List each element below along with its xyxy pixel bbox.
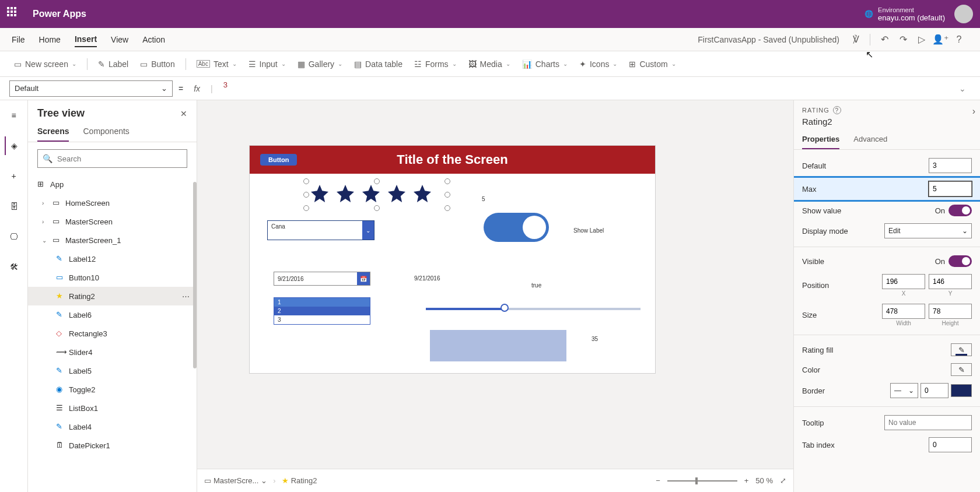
environment-selector[interactable]: 🌐 Environment enayu.com (default) — [864, 6, 945, 22]
ribbon-custom[interactable]: ⊞Custom⌄ — [624, 57, 680, 71]
redo-icon[interactable]: ↷ — [894, 30, 912, 49]
tree-close-icon[interactable]: ✕ — [180, 109, 187, 118]
tree-item-label12[interactable]: ✎Label12 — [28, 249, 197, 268]
control-type-label: RATING? — [802, 106, 972, 114]
prop-pos-y[interactable] — [929, 274, 972, 289]
breadcrumb-element[interactable]: ★Rating2 — [282, 476, 317, 485]
undo-icon[interactable]: ↶ — [875, 30, 894, 49]
more-icon[interactable]: ⋯ — [182, 292, 190, 301]
tab-components[interactable]: Components — [83, 126, 129, 142]
tree-item-label4[interactable]: ✎Label4 — [28, 417, 197, 436]
tree-item-toggle2[interactable]: ◉Toggle2 — [28, 380, 197, 399]
help-icon[interactable]: ? — [950, 30, 968, 49]
tree-search-input[interactable] — [57, 154, 182, 163]
tree-scrollbar[interactable] — [193, 182, 197, 368]
prop-ratingfill-swatch[interactable]: ✎ — [951, 343, 972, 356]
prop-border-width[interactable] — [921, 383, 949, 398]
ribbon-forms[interactable]: ☳Forms⌄ — [410, 57, 461, 71]
screen-icon: ▭ — [14, 59, 22, 69]
tree-item-label6[interactable]: ✎Label6 — [28, 305, 197, 324]
ribbon-label[interactable]: ✎Label — [93, 57, 133, 71]
prop-tooltip-input[interactable] — [884, 415, 972, 430]
property-selector[interactable]: Default⌄ — [9, 80, 173, 97]
ribbon-icons[interactable]: ✦Icons⌄ — [575, 57, 622, 71]
prop-displaymode-select[interactable]: Edit⌄ — [884, 223, 972, 238]
breadcrumb-screen[interactable]: ▭MasterScre...⌄ — [204, 476, 267, 485]
prop-tabindex-input[interactable] — [929, 437, 972, 452]
prop-showvalue-toggle[interactable] — [949, 205, 972, 216]
canvas-dropdown[interactable]: Cana⌄ — [267, 220, 374, 240]
canvas-datepicker[interactable]: 9/21/2016📅 — [274, 272, 370, 286]
ribbon-charts[interactable]: 📊Charts⌄ — [517, 57, 572, 71]
zoom-slider[interactable] — [667, 480, 737, 482]
prop-default-input[interactable] — [929, 158, 972, 173]
prop-position-label: Position — [802, 281, 829, 290]
fit-icon[interactable]: ⤢ — [780, 476, 786, 485]
prop-color-swatch[interactable]: ✎ — [951, 363, 972, 376]
zoom-in-icon[interactable]: + — [744, 476, 749, 485]
tree-item-datepicker1[interactable]: 🗓DatePicker1 — [28, 436, 197, 455]
rail-tree-icon[interactable]: ◈ — [5, 136, 23, 155]
tree-item-masterscreen[interactable]: ›▭MasterScreen — [28, 212, 197, 231]
ribbon-new-screen[interactable]: ▭New screen⌄ — [9, 57, 81, 71]
app-launcher-icon[interactable] — [7, 7, 21, 21]
user-avatar[interactable] — [954, 5, 973, 23]
prop-border-style[interactable]: —⌄ — [890, 383, 918, 398]
rail-hamburger-icon[interactable]: ≡ — [5, 106, 23, 125]
tab-properties[interactable]: Properties — [802, 135, 839, 149]
tree-item-masterscreen1[interactable]: ⌄▭MasterScreen_1 — [28, 231, 197, 249]
icons-icon: ✦ — [579, 59, 586, 69]
ribbon-datatable[interactable]: ▤Data table — [349, 57, 407, 71]
tree-item-slider4[interactable]: ⟿Slider4 — [28, 343, 197, 361]
prop-visible-toggle[interactable] — [949, 255, 972, 267]
tree-item-rating2[interactable]: ★Rating2⋯ — [28, 287, 197, 305]
menu-action[interactable]: Action — [142, 33, 165, 47]
prop-pos-x[interactable] — [882, 274, 925, 289]
listbox-item[interactable]: 3 — [274, 315, 370, 324]
prop-size-w[interactable] — [882, 304, 925, 319]
listbox-item[interactable]: 1 — [274, 298, 370, 307]
canvas-area[interactable]: Button Title of the Screen — [197, 100, 793, 492]
app-checker-icon[interactable]: ℣ — [846, 30, 865, 49]
tree-item-app[interactable]: ⊞App — [28, 175, 197, 194]
play-icon[interactable]: ▷ — [912, 30, 931, 49]
panel-expand-icon[interactable]: › — [972, 106, 975, 117]
canvas-screen[interactable]: Button Title of the Screen — [250, 146, 655, 373]
tree-item-label5[interactable]: ✎Label5 — [28, 361, 197, 380]
formula-input[interactable]: 3 — [219, 80, 953, 97]
tab-advanced[interactable]: Advanced — [853, 135, 887, 149]
zoom-out-icon[interactable]: − — [656, 476, 660, 485]
menu-insert[interactable]: Insert — [75, 32, 97, 47]
rail-add-icon[interactable]: + — [5, 167, 23, 185]
prop-size-h[interactable] — [929, 304, 972, 319]
tree-item-button10[interactable]: ▭Button10 — [28, 268, 197, 287]
prop-max-input[interactable] — [929, 181, 972, 196]
canvas-rectangle[interactable] — [430, 330, 566, 361]
menu-home[interactable]: Home — [39, 33, 61, 47]
ribbon-input[interactable]: ☰Input⌄ — [244, 57, 290, 71]
tree-search[interactable]: 🔍 — [37, 149, 187, 168]
menu-view[interactable]: View — [111, 33, 128, 47]
ribbon-gallery[interactable]: ▦Gallery⌄ — [293, 57, 347, 71]
tab-screens[interactable]: Screens — [37, 126, 69, 142]
tree-item-listbox1[interactable]: ☰ListBox1 — [28, 399, 197, 417]
rail-media-icon[interactable]: 🖵 — [5, 227, 23, 246]
rail-tools-icon[interactable]: 🛠 — [5, 258, 23, 276]
ribbon-text[interactable]: AbcText⌄ — [192, 57, 242, 71]
listbox-item[interactable]: 2 — [274, 307, 370, 315]
ribbon-media[interactable]: 🖼Media⌄ — [464, 57, 515, 71]
ribbon-button[interactable]: ▭Button — [135, 57, 179, 71]
canvas-rating-control[interactable] — [307, 182, 447, 208]
rail-data-icon[interactable]: 🗄 — [5, 197, 23, 216]
info-icon[interactable]: ? — [833, 106, 841, 114]
canvas-button[interactable]: Button — [260, 154, 297, 166]
formula-expand-icon[interactable]: ⌄ — [959, 84, 971, 93]
canvas-toggle[interactable] — [484, 213, 549, 242]
canvas-slider[interactable] — [426, 308, 640, 310]
tree-item-homescreen[interactable]: ›▭HomeScreen — [28, 194, 197, 212]
share-icon[interactable]: 👤⁺ — [931, 30, 950, 49]
menu-file[interactable]: File — [12, 33, 25, 47]
canvas-listbox[interactable]: 1 2 3 — [274, 297, 370, 325]
tree-item-rectangle3[interactable]: ◇Rectangle3 — [28, 324, 197, 343]
prop-border-color[interactable] — [951, 384, 972, 397]
